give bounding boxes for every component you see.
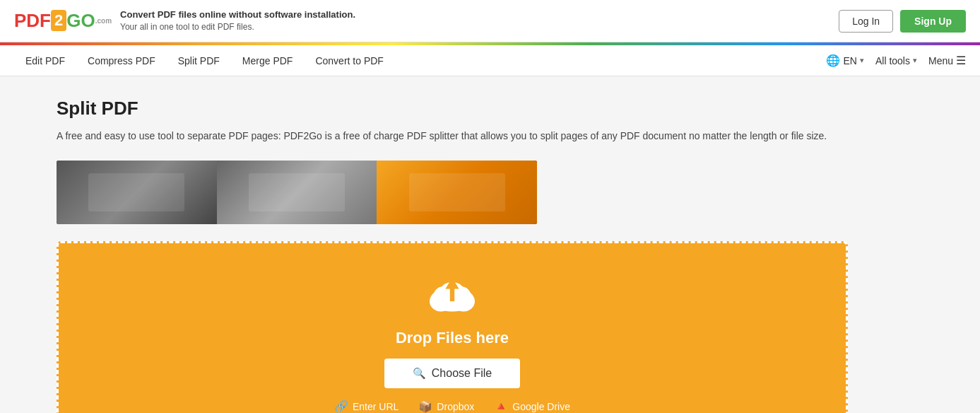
page-description: A free and easy to use tool to separate … (57, 128, 834, 144)
enter-url-link[interactable]: 🔗 Enter URL (334, 400, 399, 413)
choose-file-button[interactable]: 🔍 Choose File (384, 359, 520, 388)
nav-compress-pdf[interactable]: Compress PDF (76, 47, 167, 75)
tagline-sub: Your all in one tool to edit PDF files. (120, 21, 355, 33)
header: PDF 2 GO .com Convert PDF files online w… (0, 0, 980, 42)
cloud-upload-icon (424, 272, 480, 318)
banner-image (57, 161, 537, 224)
logo-com: .com (95, 17, 112, 25)
banner-col-1 (57, 161, 217, 224)
logo-2: 2 (51, 10, 66, 31)
main-content: Split PDF A free and easy to use tool to… (0, 76, 980, 413)
logo[interactable]: PDF 2 GO .com (14, 10, 112, 32)
dropbox-link[interactable]: 📦 Dropbox (418, 400, 474, 413)
nav-convert-to-pdf[interactable]: Convert to PDF (304, 47, 394, 75)
choose-file-label: Choose File (432, 367, 492, 380)
svg-point-5 (452, 287, 471, 303)
google-drive-icon: 🔺 (494, 400, 508, 413)
signup-button[interactable]: Sign Up (900, 10, 966, 33)
nav-edit-pdf[interactable]: Edit PDF (14, 47, 76, 75)
nav-merge-pdf[interactable]: Merge PDF (231, 47, 305, 75)
google-drive-label: Google Drive (512, 401, 570, 412)
header-actions: Log In Sign Up (839, 10, 966, 33)
lang-chevron-icon: ▾ (860, 56, 864, 65)
upload-area[interactable]: Drop Files here 🔍 Choose File 🔗 Enter UR… (57, 241, 848, 413)
search-icon: 🔍 (413, 367, 426, 380)
upload-links: 🔗 Enter URL 📦 Dropbox 🔺 Google Drive (334, 400, 570, 413)
tools-chevron-icon: ▾ (913, 56, 917, 65)
drop-files-text: Drop Files here (396, 329, 509, 347)
tagline-main: Convert PDF files online without softwar… (120, 8, 355, 21)
svg-point-4 (434, 287, 452, 303)
tagline: Convert PDF files online without softwar… (120, 8, 355, 33)
dropbox-label: Dropbox (437, 401, 474, 412)
nav-links: Edit PDF Compress PDF Split PDF Merge PD… (14, 47, 826, 75)
lang-label: EN (843, 55, 856, 66)
nav-split-pdf[interactable]: Split PDF (167, 47, 231, 75)
menu-label: Menu (928, 55, 953, 66)
link-icon: 🔗 (334, 400, 348, 413)
enter-url-label: Enter URL (353, 401, 399, 412)
banner-col-2 (217, 161, 377, 224)
dropbox-icon: 📦 (418, 400, 432, 413)
globe-icon: 🌐 (826, 54, 840, 67)
nav: Edit PDF Compress PDF Split PDF Merge PD… (0, 45, 980, 76)
logo-area: PDF 2 GO .com Convert PDF files online w… (14, 8, 355, 33)
logo-pdf: PDF (14, 10, 51, 32)
logo-go: GO (66, 10, 95, 32)
page-title: Split PDF (57, 98, 923, 120)
login-button[interactable]: Log In (839, 10, 893, 33)
nav-all-tools[interactable]: All tools ▾ (875, 55, 917, 66)
all-tools-label: All tools (875, 55, 910, 66)
hamburger-icon: ☰ (956, 54, 966, 67)
banner-col-3 (377, 161, 537, 224)
nav-right: 🌐 EN ▾ All tools ▾ Menu ☰ (826, 54, 966, 67)
nav-lang[interactable]: 🌐 EN ▾ (826, 54, 863, 67)
google-drive-link[interactable]: 🔺 Google Drive (494, 400, 570, 413)
nav-menu[interactable]: Menu ☰ (928, 54, 966, 67)
